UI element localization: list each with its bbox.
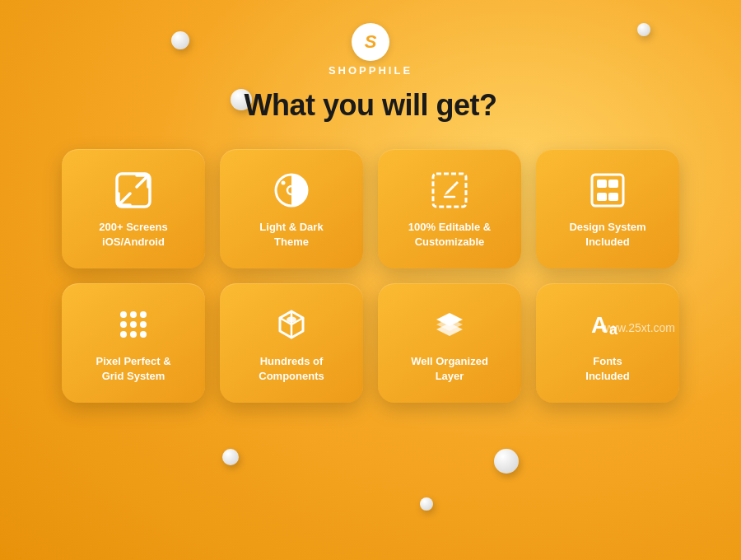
svg-rect-11 [592, 175, 623, 206]
decorative-sphere [420, 497, 433, 511]
svg-point-24 [140, 331, 147, 338]
svg-point-5 [282, 180, 286, 184]
card-editable: 100% Editable &Customizable [378, 149, 521, 268]
card-layer-label: Well OrganizedLayer [403, 354, 496, 383]
cards-row-2: Pixel Perfect &Grid System Hundreds ofCo… [41, 283, 700, 403]
card-theme: Light & DarkTheme [220, 149, 363, 268]
svg-point-21 [140, 321, 147, 328]
theme-icon [270, 169, 313, 212]
svg-rect-14 [597, 193, 607, 201]
expand-icon [112, 169, 155, 212]
watermark: www.25xt.com [601, 321, 675, 334]
svg-rect-13 [608, 180, 618, 188]
svg-rect-12 [597, 180, 607, 188]
logo-circle: S [352, 23, 389, 61]
components-icon [270, 303, 313, 346]
card-components-label: Hundreds ofComponents [250, 354, 332, 383]
card-components: Hundreds ofComponents [220, 283, 363, 403]
svg-point-16 [120, 311, 127, 318]
cards-container: 200+ ScreensiOS/Android Light & D [41, 149, 700, 403]
svg-point-17 [130, 311, 137, 318]
grid-icon [112, 303, 155, 346]
card-theme-label: Light & DarkTheme [251, 220, 331, 249]
svg-point-19 [120, 321, 127, 328]
edit-icon [428, 169, 471, 212]
logo-letter: S [365, 31, 377, 53]
svg-point-20 [130, 321, 137, 328]
svg-point-7 [300, 191, 304, 195]
layers-icon [428, 303, 471, 346]
decorative-sphere [494, 449, 519, 474]
card-screens-label: 200+ ScreensiOS/Android [91, 220, 175, 249]
svg-rect-15 [608, 193, 618, 201]
svg-point-8 [295, 200, 298, 203]
logo-area: S SHOPPHILE [329, 23, 412, 77]
design-icon [586, 169, 629, 212]
card-design: Design SystemIncluded [536, 149, 679, 268]
decorative-sphere [222, 449, 239, 465]
svg-line-1 [137, 175, 148, 187]
card-design-label: Design SystemIncluded [561, 220, 654, 249]
card-screens: 200+ ScreensiOS/Android [62, 149, 205, 268]
card-fonts: A a FontsIncluded [536, 283, 679, 403]
cards-row-1: 200+ ScreensiOS/Android Light & D [41, 149, 700, 268]
svg-point-6 [296, 179, 300, 182]
svg-line-2 [119, 194, 130, 205]
card-grid-label: Pixel Perfect &Grid System [87, 354, 179, 383]
svg-point-22 [120, 331, 127, 338]
svg-point-23 [130, 331, 137, 338]
card-fonts-label: FontsIncluded [577, 354, 637, 383]
card-editable-label: 100% Editable &Customizable [400, 220, 499, 249]
card-grid: Pixel Perfect &Grid System [62, 283, 205, 403]
svg-point-18 [140, 311, 147, 318]
svg-point-25 [287, 316, 296, 322]
logo-name: SHOPPHILE [329, 64, 412, 77]
main-content: S SHOPPHILE What you will get? www.25xt.… [0, 0, 741, 403]
page-title: What you will get? [245, 88, 497, 123]
card-layer: Well OrganizedLayer [378, 283, 521, 403]
